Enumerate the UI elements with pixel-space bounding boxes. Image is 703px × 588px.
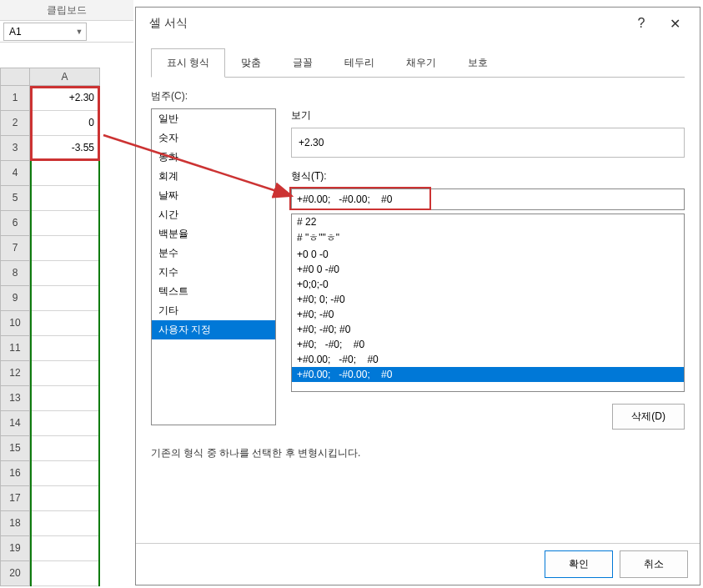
- category-item[interactable]: 텍스트: [152, 282, 275, 301]
- format-item[interactable]: +0 0 -0: [292, 247, 684, 262]
- row-header[interactable]: 4: [0, 161, 30, 186]
- hint-text: 기존의 형식 중 하나를 선택한 후 변형시킵니다.: [151, 446, 685, 460]
- formula-bar-row: A1 ▼: [0, 21, 133, 43]
- row-header[interactable]: 14: [0, 411, 30, 436]
- spreadsheet-panel: 클립보드 A1 ▼ A 1+2.30203-3.5545678910111213…: [0, 0, 133, 588]
- name-box-value: A1: [4, 26, 73, 38]
- format-item[interactable]: # 22: [292, 214, 684, 229]
- cell[interactable]: [30, 511, 100, 536]
- close-button[interactable]: ✕: [658, 11, 691, 36]
- category-item[interactable]: 숫자: [152, 128, 275, 148]
- cell[interactable]: -3.55: [30, 136, 100, 161]
- row-header[interactable]: 15: [0, 436, 30, 461]
- cell[interactable]: [30, 486, 100, 511]
- cell[interactable]: [30, 236, 100, 261]
- row-header[interactable]: 18: [0, 511, 30, 536]
- ribbon-clipboard-label: 클립보드: [0, 0, 133, 21]
- row-header[interactable]: 19: [0, 536, 30, 561]
- category-item[interactable]: 분수: [152, 244, 275, 263]
- category-item[interactable]: 사용자 지정: [152, 320, 275, 339]
- category-item[interactable]: 통화: [152, 148, 275, 167]
- format-item[interactable]: +#0 0 -#0: [292, 262, 684, 277]
- cell[interactable]: [30, 461, 100, 486]
- dialog-title: 셀 서식: [144, 16, 625, 31]
- format-listbox[interactable]: # 22# "ㅎ""ㅎ"+0 0 -0+#0 0 -#0+0;0;-0+#0; …: [291, 214, 685, 392]
- name-box[interactable]: A1 ▼: [3, 23, 87, 41]
- row-header[interactable]: 1: [0, 86, 30, 111]
- tab-2[interactable]: 글꼴: [277, 48, 329, 78]
- category-listbox[interactable]: 일반숫자통화회계날짜시간백분율분수지수텍스트기타사용자 지정: [151, 108, 276, 425]
- cell[interactable]: [30, 536, 100, 561]
- tab-3[interactable]: 테두리: [329, 48, 390, 78]
- cell[interactable]: [30, 386, 100, 411]
- tab-4[interactable]: 채우기: [390, 48, 452, 78]
- grid-row: 18: [0, 511, 133, 536]
- format-item[interactable]: +#0.00; -#0; #0: [292, 352, 684, 367]
- format-item[interactable]: +#0.00; -#0.00; #0: [292, 367, 684, 382]
- grid-row: 7: [0, 236, 133, 261]
- row-header[interactable]: 5: [0, 186, 30, 211]
- cell[interactable]: 0: [30, 111, 100, 136]
- help-button[interactable]: ?: [625, 11, 658, 36]
- format-cells-dialog: 셀 서식 ? ✕ 표시 형식맞춤글꼴테두리채우기보호 범주(C): 일반숫자통화…: [135, 7, 700, 585]
- cell[interactable]: [30, 261, 100, 286]
- row-header[interactable]: 2: [0, 111, 30, 136]
- format-code-input[interactable]: [291, 188, 685, 210]
- select-all-corner[interactable]: [0, 68, 30, 86]
- grid-row: 13: [0, 386, 133, 411]
- row-header[interactable]: 13: [0, 386, 30, 411]
- category-item[interactable]: 백분율: [152, 224, 275, 244]
- cell[interactable]: [30, 436, 100, 461]
- format-item[interactable]: +#0; -#0; #0: [292, 322, 684, 337]
- format-label: 형식(T):: [291, 169, 685, 183]
- cell[interactable]: [30, 311, 100, 336]
- cell[interactable]: [30, 161, 100, 186]
- row-header[interactable]: 17: [0, 486, 30, 511]
- grid-row: 3-3.55: [0, 136, 133, 161]
- row-header[interactable]: 10: [0, 311, 30, 336]
- format-item[interactable]: +#0; 0; -#0: [292, 292, 684, 307]
- cell[interactable]: [30, 211, 100, 236]
- row-header[interactable]: 12: [0, 361, 30, 386]
- cell[interactable]: [30, 286, 100, 311]
- format-item[interactable]: +0;0;-0: [292, 277, 684, 292]
- preview-box: +2.30: [291, 128, 685, 158]
- tab-0[interactable]: 표시 형식: [151, 48, 225, 78]
- format-item[interactable]: +#0; -#0: [292, 307, 684, 322]
- row-header[interactable]: 7: [0, 236, 30, 261]
- grid-row: 16: [0, 461, 133, 486]
- category-item[interactable]: 기타: [152, 301, 275, 320]
- row-header[interactable]: 6: [0, 211, 30, 236]
- tab-1[interactable]: 맞춤: [225, 48, 277, 78]
- chevron-down-icon[interactable]: ▼: [73, 28, 86, 36]
- row-header[interactable]: 20: [0, 561, 30, 586]
- category-item[interactable]: 회계: [152, 167, 275, 186]
- category-item[interactable]: 일반: [152, 109, 275, 128]
- cell[interactable]: [30, 561, 100, 586]
- category-item[interactable]: 시간: [152, 205, 275, 224]
- row-header[interactable]: 8: [0, 261, 30, 286]
- cell[interactable]: [30, 361, 100, 386]
- cancel-button[interactable]: 취소: [620, 550, 688, 578]
- row-header[interactable]: 16: [0, 461, 30, 486]
- dialog-footer: 확인 취소: [136, 543, 700, 585]
- ok-button[interactable]: 확인: [545, 550, 613, 578]
- cell[interactable]: +2.30: [30, 86, 100, 111]
- dialog-body: 표시 형식맞춤글꼴테두리채우기보호 범주(C): 일반숫자통화회계날짜시간백분율…: [136, 39, 700, 543]
- tab-5[interactable]: 보호: [452, 48, 504, 78]
- category-item[interactable]: 지수: [152, 263, 275, 282]
- format-item[interactable]: # "ㅎ""ㅎ": [292, 229, 684, 247]
- cell[interactable]: [30, 186, 100, 211]
- row-header[interactable]: 3: [0, 136, 30, 161]
- grid-row: 12: [0, 361, 133, 386]
- category-item[interactable]: 날짜: [152, 186, 275, 205]
- row-header[interactable]: 9: [0, 286, 30, 311]
- format-item[interactable]: +#0; -#0; #0: [292, 337, 684, 352]
- grid-row: 6: [0, 211, 133, 236]
- delete-button[interactable]: 삭제(D): [612, 404, 685, 430]
- row-header[interactable]: 11: [0, 336, 30, 361]
- column-header-a[interactable]: A: [30, 68, 100, 86]
- dialog-titlebar: 셀 서식 ? ✕: [136, 8, 700, 39]
- cell[interactable]: [30, 336, 100, 361]
- cell[interactable]: [30, 411, 100, 436]
